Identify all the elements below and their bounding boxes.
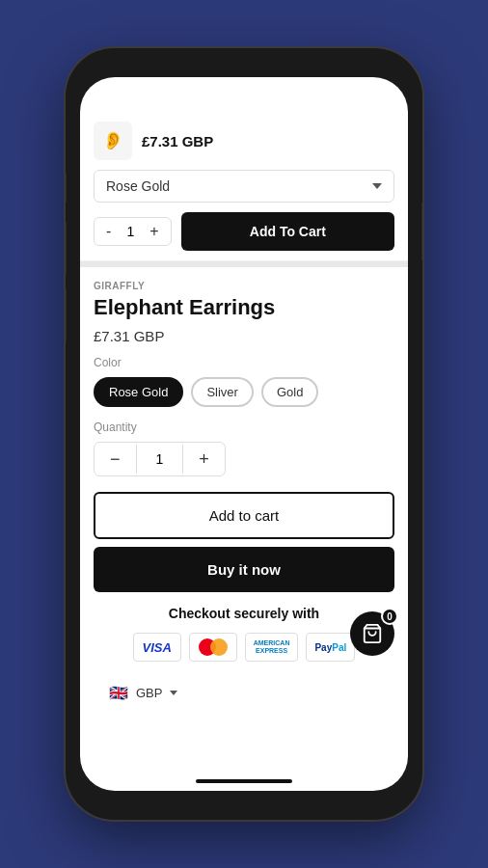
paypal-payment-logo: PayPal: [306, 633, 355, 662]
sticky-qty-plus-button[interactable]: +: [149, 224, 158, 239]
amex-payment-logo: AMERICANEXPRESS: [245, 633, 299, 662]
visa-payment-logo: VISA: [133, 633, 181, 662]
currency-code: GBP: [136, 686, 162, 700]
variant-selector[interactable]: Rose Gold: [94, 170, 394, 203]
quantity-section-label: Quantity: [94, 420, 394, 434]
notch: [181, 48, 307, 73]
add-to-cart-button[interactable]: Add to cart: [94, 492, 394, 539]
screen-content: 👂 £7.31 GBP Rose Gold - 1 +: [80, 77, 408, 791]
currency-row[interactable]: 🇬🇧 GBP: [94, 677, 394, 708]
payment-logos: VISA AMERICANEXPRESS PayPal: [94, 633, 394, 662]
currency-chevron-icon: [170, 691, 177, 695]
mute-button: [66, 174, 67, 203]
sticky-price: £7.31 GBP: [142, 133, 213, 149]
product-title: Elephant Earrings: [94, 295, 394, 320]
mastercard-payment-logo: [189, 633, 237, 662]
product-section: GIRAFFLY Elephant Earrings £7.31 GBP Col…: [80, 267, 408, 592]
sticky-qty-value: 1: [121, 224, 140, 239]
sticky-qty-minus-button[interactable]: -: [106, 224, 111, 239]
sticky-price-row: 👂 £7.31 GBP: [94, 122, 394, 160]
color-option-sliver[interactable]: Sliver: [191, 377, 254, 407]
sticky-qty-control: - 1 +: [94, 217, 172, 246]
main-qty-control: − 1 +: [94, 442, 226, 476]
variant-selected-label: Rose Gold: [106, 178, 170, 194]
power-button: [421, 203, 422, 260]
volume-down-button: [66, 289, 67, 342]
main-qty-value: 1: [137, 444, 183, 475]
chevron-down-icon: [372, 183, 382, 189]
paypal-text-1: Pay: [314, 642, 332, 653]
checkout-title: Checkout securely with: [94, 606, 394, 621]
sticky-qty-cart-row: - 1 + Add To Cart: [94, 212, 394, 251]
phone-frame: 👂 £7.31 GBP Rose Gold - 1 +: [0, 0, 488, 868]
product-price: £7.31 GBP: [94, 328, 394, 344]
color-option-rose-gold[interactable]: Rose Gold: [94, 377, 183, 407]
mc-orange-circle: [210, 638, 228, 656]
home-indicator: [196, 779, 292, 783]
phone-body: 👂 £7.31 GBP Rose Gold - 1 +: [66, 48, 422, 820]
buy-now-button[interactable]: Buy it now: [94, 547, 394, 592]
color-option-gold[interactable]: Gold: [261, 377, 318, 407]
cart-fab-button[interactable]: 0: [350, 611, 394, 656]
cart-icon: [362, 623, 383, 644]
main-qty-minus-button[interactable]: −: [95, 443, 136, 475]
paypal-text-2: Pal: [332, 642, 346, 653]
sticky-top-bar: 👂 £7.31 GBP Rose Gold - 1 +: [80, 112, 408, 261]
cart-badge: 0: [381, 608, 398, 625]
phone-screen: 👂 £7.31 GBP Rose Gold - 1 +: [80, 77, 408, 791]
sticky-add-to-cart-button[interactable]: Add To Cart: [181, 212, 394, 251]
product-thumbnail: 👂: [94, 122, 132, 160]
color-options-group: Rose Gold Sliver Gold: [94, 377, 394, 407]
main-qty-plus-button[interactable]: +: [183, 443, 225, 475]
volume-up-button: [66, 222, 67, 275]
color-section-label: Color: [94, 356, 394, 369]
brand-label: GIRAFFLY: [94, 281, 394, 291]
gb-flag-icon: 🇬🇧: [107, 685, 130, 700]
